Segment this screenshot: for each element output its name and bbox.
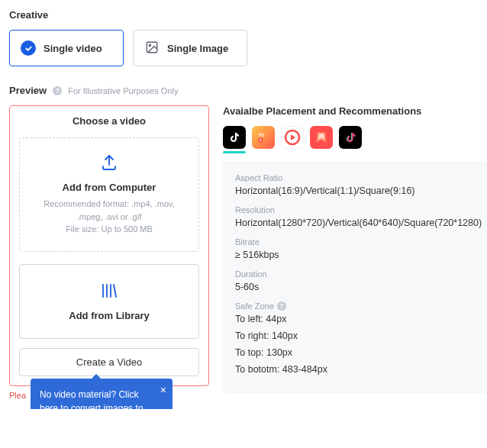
preview-panel: Choose a video Add from Computer Recomme…: [9, 105, 209, 386]
add-from-library[interactable]: Add from Library: [19, 264, 199, 339]
spec-safezone-label: Safe Zone ?: [235, 301, 482, 311]
tooltip-no-video: × No video material? Click here to conve…: [31, 379, 173, 409]
spec-safezone-right: To right: 140px: [235, 330, 482, 341]
spec-aspect-label: Aspect Ratio: [235, 173, 482, 182]
placement-buzzvideo[interactable]: TO: [252, 126, 275, 149]
preview-header: Preview ? For Illustrative Purposes Only: [9, 85, 478, 96]
option-single-video[interactable]: Single video: [9, 30, 124, 66]
help-icon[interactable]: ?: [53, 86, 62, 95]
option-single-video-label: Single video: [44, 43, 102, 54]
choose-video-title: Choose a video: [19, 115, 199, 127]
check-icon: [21, 40, 36, 56]
placement-xigua[interactable]: [310, 126, 333, 149]
upload-icon: [98, 163, 120, 174]
placement-title: Avaialbe Placement and Recommenations: [223, 105, 487, 117]
spec-resolution-label: Resolution: [235, 205, 482, 214]
spec-safezone-top: To top: 130px: [235, 347, 482, 358]
add-library-title: Add from Library: [31, 310, 188, 321]
placement-tiles: TO: [223, 126, 487, 149]
creative-section-label: Creative: [9, 9, 478, 21]
add-computer-hint3: File size: Up to 500 MB: [31, 223, 188, 236]
svg-marker-6: [291, 134, 295, 140]
option-single-image[interactable]: Single Image: [133, 30, 247, 66]
library-icon: [98, 291, 120, 302]
option-single-image-label: Single Image: [167, 43, 228, 54]
spec-resolution-value: Horizontal(1280*720)/Vertical(640*640)/S…: [235, 218, 482, 228]
help-icon[interactable]: ?: [277, 301, 286, 311]
spec-duration-label: Duration: [235, 269, 482, 279]
spec-duration-value: 5-60s: [235, 282, 482, 292]
close-icon[interactable]: ×: [160, 385, 166, 395]
create-video-button[interactable]: Create a Video: [19, 348, 199, 376]
placement-tiktok[interactable]: [223, 126, 246, 149]
placement-tiktok-alt[interactable]: [339, 126, 362, 149]
svg-point-1: [149, 44, 150, 46]
creative-options: Single video Single Image: [9, 30, 478, 66]
add-computer-hint1: Recommended format: .mp4, .mov,: [31, 198, 188, 211]
spec-panel: Aspect Ratio Horizontal(16:9)/Vertical(1…: [223, 161, 487, 393]
add-computer-title: Add from Computer: [31, 182, 188, 193]
placement-column: Avaialbe Placement and Recommenations TO…: [223, 105, 487, 393]
preview-label: Preview: [9, 85, 47, 96]
spec-aspect-value: Horizontal(16:9)/Vertical(1:1)/Square(9:…: [235, 185, 482, 196]
spec-bitrate-label: Bitrate: [235, 237, 482, 247]
spec-safezone-left: To left: 44px: [235, 314, 482, 324]
spec-bitrate-value: ≥ 516kbps: [235, 250, 482, 260]
preview-note: For Illustrative Purposes Only: [68, 86, 178, 95]
add-from-computer[interactable]: Add from Computer Recommended format: .m…: [19, 137, 199, 252]
svg-text:TO: TO: [258, 133, 265, 137]
spec-safezone-bottom: To bototm: 483-484px: [235, 364, 482, 375]
add-computer-hint2: .mpeg, .avi or .gif: [31, 211, 188, 224]
image-icon: [144, 40, 160, 56]
tooltip-text: No video material? Click here to convert…: [40, 389, 143, 409]
placement-vigo[interactable]: [281, 126, 304, 149]
